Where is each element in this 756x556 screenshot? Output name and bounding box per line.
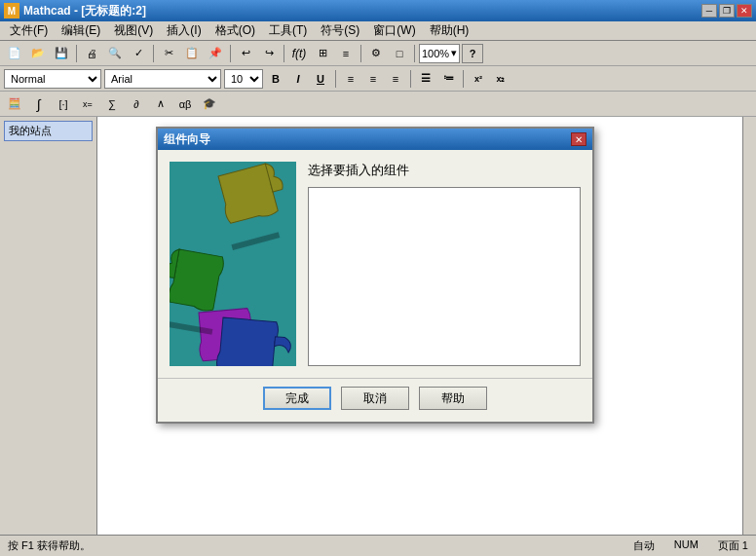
superscript-button[interactable]: x² (469, 70, 488, 88)
status-mode: 自动 (633, 538, 655, 553)
save-button[interactable]: 💾 (51, 44, 72, 63)
component-wizard-dialog: 组件向导 ✕ (156, 127, 594, 424)
dialog-right-panel: 选择要插入的组件 (308, 162, 581, 366)
toolbar-sep2 (153, 45, 154, 62)
underline-button[interactable]: U (311, 70, 330, 88)
redo-button[interactable]: ↪ (258, 44, 280, 63)
cancel-button[interactable]: 取消 (341, 387, 409, 410)
status-bar: 按 F1 获得帮助。 自动 NUM 页面 1 (0, 535, 756, 556)
align-left-button[interactable]: ≡ (341, 70, 360, 88)
numbered-list-button[interactable]: ≔ (438, 70, 458, 88)
component-listbox[interactable] (308, 187, 581, 366)
menu-help[interactable]: 帮助(H) (424, 20, 475, 41)
font-dropdown[interactable]: Arial (104, 69, 221, 89)
zoom-arrow: ▾ (451, 47, 457, 59)
status-numlock: NUM (674, 538, 699, 553)
menu-insert[interactable]: 插入(I) (161, 20, 207, 41)
fmt-sep3 (463, 70, 464, 88)
puzzle-image-svg (170, 162, 296, 366)
menu-file[interactable]: 文件(F) (4, 20, 54, 41)
dialog-instruction-label: 选择要插入的组件 (308, 162, 581, 179)
toolbar-sep5 (360, 45, 361, 62)
help-button[interactable]: ? (462, 44, 483, 63)
fmt-sep2 (410, 70, 411, 88)
status-hint: 按 F1 获得帮助。 (8, 538, 91, 553)
greek-button[interactable]: ∑ (101, 94, 123, 114)
fmt-sep1 (335, 70, 336, 88)
app-title: Mathcad - [无标题的:2] (23, 3, 146, 19)
toolbar-sep1 (76, 45, 77, 62)
spell-button[interactable]: ✓ (128, 44, 149, 63)
menu-view[interactable]: 视图(V) (108, 20, 159, 41)
app-icon: M (4, 3, 19, 19)
toolbar-sep6 (414, 45, 415, 62)
toolbar: 📄 📂 💾 🖨 🔍 ✓ ✂ 📋 📌 ↩ ↪ f(t) ⊞ ≡ ⚙ □ 100% … (0, 41, 756, 66)
menu-edit[interactable]: 编辑(E) (56, 20, 106, 41)
size-dropdown[interactable]: 10 (224, 69, 263, 89)
cut-button[interactable]: ✂ (158, 44, 179, 63)
bold-button[interactable]: B (266, 70, 285, 88)
minimize-button[interactable]: ─ (701, 4, 717, 18)
math-toolbar: 🧮 ∫ [·] x= ∑ ∂ ∧ αβ 🎓 (0, 92, 756, 117)
dialog-title: 组件向导 (164, 131, 210, 148)
zoom-value: 100% (422, 48, 449, 59)
zoom-dropdown[interactable]: 100% ▾ (419, 44, 460, 63)
calc-button[interactable]: 🧮 (4, 94, 25, 114)
dialog-footer: 完成 取消 帮助 (158, 378, 592, 422)
new-button[interactable]: 📄 (4, 44, 25, 63)
subscript-button[interactable]: x₂ (491, 70, 510, 88)
italic-button[interactable]: I (288, 70, 308, 88)
style-dropdown[interactable]: Normal (4, 69, 101, 89)
align-center-button[interactable]: ≡ (363, 70, 383, 88)
calculus-button[interactable]: ∂ (126, 94, 147, 114)
bool-button[interactable]: ∧ (150, 94, 171, 114)
menu-window[interactable]: 窗口(W) (367, 20, 421, 41)
insert-component-button[interactable]: ⚙ (365, 44, 387, 63)
window-controls[interactable]: ─ ❐ ✕ (701, 4, 752, 18)
copy-button[interactable]: 📋 (181, 44, 203, 63)
dialog-close-button[interactable]: ✕ (571, 132, 586, 146)
status-page: 页面 1 (718, 538, 748, 553)
close-button[interactable]: ✕ (737, 4, 752, 18)
sidebar-item-mysite[interactable]: 我的站点 (4, 121, 93, 141)
menu-tools[interactable]: 工具(T) (263, 20, 313, 41)
paste-button[interactable]: 📌 (205, 44, 226, 63)
dialog-image (170, 162, 296, 366)
align-right-button[interactable]: ≡ (386, 70, 405, 88)
menu-symbols[interactable]: 符号(S) (315, 20, 365, 41)
sidebar: 我的站点 (0, 117, 97, 535)
grad-button[interactable]: 🎓 (199, 94, 220, 114)
bullet-list-button[interactable]: ☰ (416, 70, 435, 88)
dialog-body: 选择要插入的组件 (158, 150, 592, 378)
menu-bar: 文件(F) 编辑(E) 视图(V) 插入(I) 格式(O) 工具(T) 符号(S… (0, 21, 756, 41)
undo-button[interactable]: ↩ (235, 44, 256, 63)
print-button[interactable]: 🖨 (81, 44, 102, 63)
restore-button[interactable]: ❐ (719, 4, 735, 18)
menu-format[interactable]: 格式(O) (209, 20, 261, 41)
insert-matrix-button[interactable]: ⊞ (312, 44, 333, 63)
toolbar-sep3 (230, 45, 231, 62)
matrix-btn[interactable]: [·] (53, 94, 74, 114)
insert-plot-button[interactable]: □ (389, 44, 410, 63)
integral-button[interactable]: ∫ (28, 94, 50, 114)
insert-math-button[interactable]: f(t) (288, 44, 310, 63)
dialog-title-bar: 组件向导 ✕ (158, 129, 592, 150)
toolbar-sep4 (284, 45, 284, 62)
help-dialog-button[interactable]: 帮助 (419, 387, 487, 410)
scrollbar-right[interactable] (742, 117, 756, 535)
format-bar: Normal Arial 10 B I U ≡ ≡ ≡ ☰ ≔ x² x₂ (0, 66, 756, 92)
preview-button[interactable]: 🔍 (104, 44, 126, 63)
open-button[interactable]: 📂 (27, 44, 49, 63)
title-bar: M Mathcad - [无标题的:2] ─ ❐ ✕ (0, 0, 756, 21)
finish-button[interactable]: 完成 (263, 387, 331, 410)
xeq-button[interactable]: x= (77, 94, 98, 114)
insert-unit-button[interactable]: ≡ (335, 44, 357, 63)
prog-button[interactable]: αβ (174, 94, 196, 114)
